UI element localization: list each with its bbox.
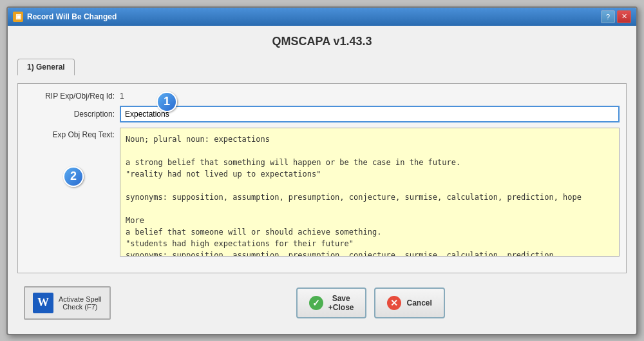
- cancel-label: Cancel: [406, 298, 431, 307]
- spell-check-button[interactable]: W Activate Spell Check (F7): [24, 286, 111, 320]
- tabs-area: 1) General: [17, 59, 627, 75]
- exp-obj-req-textarea[interactable]: [120, 128, 620, 257]
- exp-obj-req-row: Exp Obj Req Text: 2: [24, 128, 620, 265]
- title-bar-text: Record Will Be Changed: [27, 12, 117, 21]
- tab-general[interactable]: 1) General: [17, 59, 75, 75]
- description-row: Description: 1: [24, 106, 620, 122]
- dialog: ▣ Record Will Be Changed ? ✕ QMSCAPA v1.…: [6, 6, 638, 335]
- rip-label: RIP Exp/Obj/Req Id:: [24, 92, 115, 101]
- form-area: RIP Exp/Obj/Req Id: 1 Description: 1 Exp…: [17, 83, 627, 273]
- cancel-icon: ✕: [387, 296, 401, 310]
- save-label: Save +Close: [328, 294, 354, 312]
- close-button[interactable]: ✕: [617, 10, 631, 23]
- app-title: QMSCAPA v1.43.3: [17, 35, 627, 48]
- cancel-button[interactable]: ✕ Cancel: [374, 287, 444, 318]
- action-buttons: ✓ Save +Close ✕ Cancel: [121, 282, 620, 324]
- save-button[interactable]: ✓ Save +Close: [296, 287, 367, 318]
- text-area-container: [120, 128, 620, 258]
- badge-2: 2: [63, 166, 84, 187]
- rip-value: 1: [120, 92, 124, 101]
- rip-row: RIP Exp/Obj/Req Id: 1: [24, 92, 620, 101]
- badge-1: 1: [156, 92, 177, 112]
- save-icon: ✓: [309, 296, 323, 310]
- description-input[interactable]: [120, 106, 620, 122]
- app-icon: ▣: [13, 12, 23, 22]
- title-bar: ▣ Record Will Be Changed ? ✕: [8, 8, 636, 26]
- dialog-body: QMSCAPA v1.43.3 1) General RIP Exp/Obj/R…: [8, 26, 636, 334]
- word-icon: W: [33, 293, 53, 313]
- bottom-area: W Activate Spell Check (F7) ✓ Save +Clos…: [17, 278, 627, 327]
- title-bar-controls: ? ✕: [601, 10, 631, 23]
- help-button[interactable]: ?: [601, 10, 615, 23]
- exp-obj-req-label: Exp Obj Req Text:: [24, 128, 115, 139]
- description-label: Description:: [24, 110, 115, 119]
- spell-check-label: Activate Spell Check (F7): [59, 295, 102, 311]
- title-bar-left: ▣ Record Will Be Changed: [13, 12, 117, 22]
